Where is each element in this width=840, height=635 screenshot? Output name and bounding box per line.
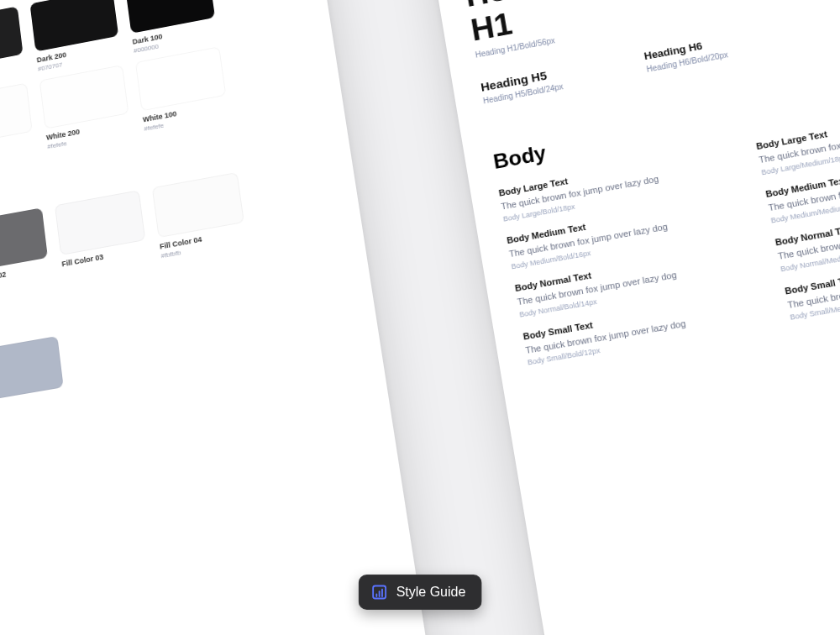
style-guide-sheet-typography: Heading Heading H1 Heading H1/Bold/56px … (428, 0, 840, 635)
color-swatch: Dark 100 #000000 (125, 0, 218, 55)
color-swatch: Fill Color 04 #fbfbfb (152, 172, 248, 260)
color-swatch: White 200 #fefefe (39, 65, 132, 150)
color-swatch: Dark 300 #0E0B0B (0, 6, 26, 90)
heading-h2-block: Heading H2 Heading H2/Bold/48px (619, 0, 772, 29)
color-swatch: Fill Color 03 (55, 190, 149, 277)
color-swatch: Fill Color 02 #E1DCE (0, 207, 50, 294)
color-swatch: White 300 #fdfdfd (0, 83, 35, 169)
style-guide-badge[interactable]: Style Guide (359, 575, 482, 610)
heading-section-label: Heading Heading H1 Heading H1/Bold/56px (458, 0, 606, 60)
color-swatch: Grey (0, 336, 66, 424)
badge-label: Style Guide (396, 585, 466, 600)
style-guide-sheet-colors: Color 400 Main Color 300 #aeacfd Main Co… (0, 0, 438, 635)
dashboard-icon (371, 584, 388, 601)
color-swatch: White 100 #fefefe (135, 46, 229, 132)
color-swatch: Dark 200 #070707 (29, 0, 121, 73)
